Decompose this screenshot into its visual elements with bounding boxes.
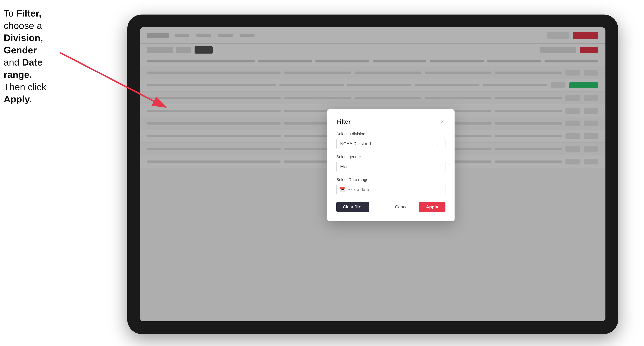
division-select-wrapper: NCAA Division I × ⌃ xyxy=(336,138,446,149)
instruction-text: To Filter, choose aDivision, Genderand D… xyxy=(4,7,62,105)
gender-select-wrapper: Men × ⌃ xyxy=(336,161,446,172)
apply-button[interactable]: Apply xyxy=(419,202,446,212)
date-range-input[interactable] xyxy=(336,184,446,195)
date-input-wrapper: 📅 xyxy=(336,184,446,195)
gender-label: Select gender xyxy=(336,155,446,159)
gender-chevron-icon: ⌃ xyxy=(440,165,442,169)
division-chevron-icon: ⌃ xyxy=(440,142,442,146)
modal-footer: Clear filter Cancel Apply xyxy=(336,202,446,212)
modal-overlay: Filter × Select a division NCAA Division… xyxy=(140,27,606,321)
date-range-form-group: Select Date range 📅 xyxy=(336,177,446,195)
clear-filter-button[interactable]: Clear filter xyxy=(336,202,369,212)
date-range-label: Select Date range xyxy=(336,177,446,182)
division-clear-icon[interactable]: × xyxy=(436,142,438,146)
division-form-group: Select a division NCAA Division I × ⌃ xyxy=(336,132,446,149)
cancel-button[interactable]: Cancel xyxy=(388,202,415,212)
footer-right: Cancel Apply xyxy=(388,202,446,212)
gender-form-group: Select gender Men × ⌃ xyxy=(336,155,446,172)
tablet-screen: Filter × Select a division NCAA Division… xyxy=(140,27,606,321)
division-select-icons: × ⌃ xyxy=(436,142,442,146)
division-label: Select a division xyxy=(336,132,446,136)
modal-close-button[interactable]: × xyxy=(439,118,446,125)
calendar-icon: 📅 xyxy=(340,187,345,192)
tablet-device: Filter × Select a division NCAA Division… xyxy=(127,14,618,334)
modal-header: Filter × xyxy=(336,118,446,125)
filter-modal: Filter × Select a division NCAA Division… xyxy=(327,109,454,221)
modal-title: Filter xyxy=(336,118,350,125)
gender-select[interactable]: Men xyxy=(336,161,446,172)
gender-clear-icon[interactable]: × xyxy=(436,165,438,169)
gender-select-icons: × ⌃ xyxy=(436,165,442,169)
division-select[interactable]: NCAA Division I xyxy=(336,138,446,149)
instruction-line1: To Filter, choose aDivision, Genderand D… xyxy=(4,8,46,104)
